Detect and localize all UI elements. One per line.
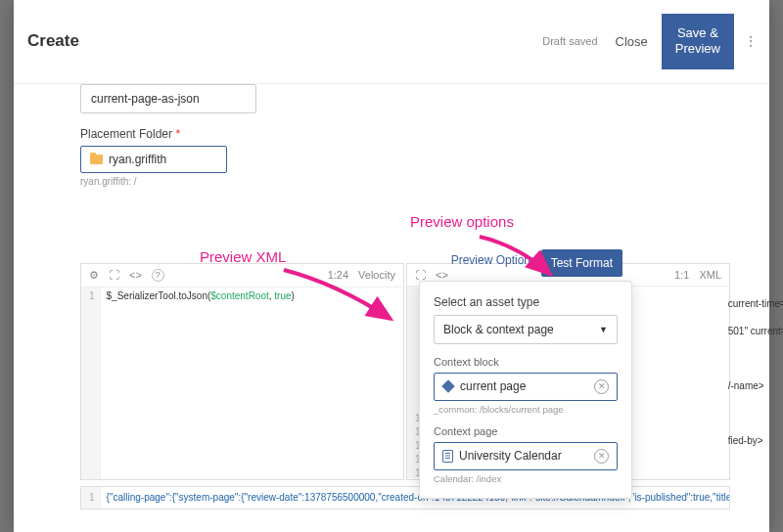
editor-lang: XML xyxy=(699,269,721,281)
name-input[interactable] xyxy=(80,84,256,113)
block-icon xyxy=(441,379,455,393)
modal-header: Create Draft saved Close Save & Preview … xyxy=(14,0,769,84)
page-icon xyxy=(442,450,453,463)
asset-type-select[interactable]: Block & context page▼ xyxy=(434,315,618,344)
asset-type-label: Select an asset type xyxy=(434,295,618,309)
caret-down-icon: ▼ xyxy=(599,325,608,334)
help-icon[interactable]: ? xyxy=(152,269,164,282)
editor-body[interactable]: 1 $_SerializerTool.toJson($contentRoot, … xyxy=(81,288,403,479)
velocity-editor: ⚙ ⛶ <> ? 1:24 Velocity 1 $_SerializerToo… xyxy=(80,263,404,480)
folder-field-wrap: Placement Folder * ryan.griffith ryan.gr… xyxy=(80,127,730,187)
preview-options-toggle[interactable]: Preview Options xyxy=(451,253,546,267)
context-page-picker[interactable]: University Calendar ✕ xyxy=(434,442,618,470)
create-modal: Create Draft saved Close Save & Preview … xyxy=(14,0,769,532)
folder-icon xyxy=(90,155,103,164)
folder-path: ryan.griffith: / xyxy=(80,176,730,187)
more-menu-icon[interactable]: ⋮ xyxy=(734,25,767,57)
preview-options-popup: Select an asset type Block & context pag… xyxy=(419,281,632,499)
close-button[interactable]: Close xyxy=(608,26,656,57)
json-output[interactable]: 1 {"calling-page":{"system-page":{"revie… xyxy=(80,486,730,510)
name-field-wrap xyxy=(80,84,730,113)
clear-icon[interactable]: ✕ xyxy=(594,379,609,394)
clear-icon[interactable]: ✕ xyxy=(594,449,609,464)
context-block-label: Context block xyxy=(434,356,618,368)
annotation-preview-options: Preview options xyxy=(410,213,514,230)
folder-value: ryan.griffith xyxy=(109,153,166,166)
gear-icon[interactable]: ⚙ xyxy=(89,269,99,282)
draft-status: Draft saved xyxy=(542,35,597,47)
cursor-position: 1:1 xyxy=(674,269,689,281)
code-icon[interactable]: <> xyxy=(129,269,142,281)
folder-label: Placement Folder * xyxy=(80,127,730,141)
context-block-picker[interactable]: current page ✕ xyxy=(434,373,618,401)
modal-title: Create xyxy=(27,31,79,51)
xml-preview-snippet: current-time="1 501" current="t /-name> … xyxy=(728,297,783,448)
save-preview-button[interactable]: Save & Preview xyxy=(662,14,734,69)
context-page-label: Context page xyxy=(434,425,618,437)
placement-folder-picker[interactable]: ryan.griffith xyxy=(80,146,227,173)
editor-toolbar: ⚙ ⛶ <> ? 1:24 Velocity xyxy=(81,264,403,288)
expand-icon[interactable]: ⛶ xyxy=(415,269,426,281)
expand-icon[interactable]: ⛶ xyxy=(109,269,119,281)
context-block-path: _common: /blocks/current page xyxy=(434,404,618,415)
editor-row: Preview Options Test Format ⚙ ⛶ <> ? 1:2… xyxy=(80,263,730,480)
context-page-path: Calendar: /index xyxy=(434,473,618,484)
test-format-button[interactable]: Test Format xyxy=(541,249,622,277)
cursor-position: 1:24 xyxy=(328,269,348,281)
editor-lang: Velocity xyxy=(358,269,395,281)
code-icon[interactable]: <> xyxy=(436,269,448,281)
